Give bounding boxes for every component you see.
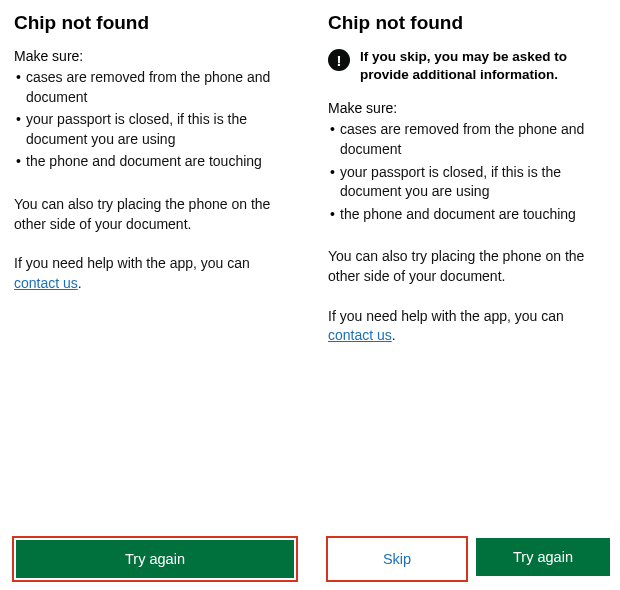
try-again-highlight: Try again: [14, 538, 296, 580]
list-item: cases are removed from the phone and doc…: [328, 120, 610, 159]
try-again-button[interactable]: Try again: [476, 538, 610, 576]
help-text: If you need help with the app, you can c…: [14, 254, 296, 293]
page-title: Chip not found: [14, 12, 296, 34]
help-suffix: .: [78, 275, 82, 291]
list-item: the phone and document are touching: [328, 205, 610, 225]
list-item: cases are removed from the phone and doc…: [14, 68, 296, 107]
list-item: the phone and document are touching: [14, 152, 296, 172]
warning-text: If you skip, you may be asked to provide…: [360, 48, 610, 84]
skip-button[interactable]: Skip: [330, 540, 464, 578]
make-sure-list: cases are removed from the phone and doc…: [328, 120, 610, 227]
make-sure-label: Make sure:: [328, 100, 610, 116]
panel-left: Chip not found Make sure: cases are remo…: [0, 0, 310, 590]
panel-right: Chip not found ! If you skip, you may be…: [310, 0, 620, 590]
contact-us-link[interactable]: contact us: [328, 327, 392, 343]
warning-banner: ! If you skip, you may be asked to provi…: [328, 48, 610, 84]
help-suffix: .: [392, 327, 396, 343]
page-title: Chip not found: [328, 12, 610, 34]
other-side-text: You can also try placing the phone on th…: [328, 247, 610, 286]
help-prefix: If you need help with the app, you can: [328, 308, 564, 324]
contact-us-link[interactable]: contact us: [14, 275, 78, 291]
help-prefix: If you need help with the app, you can: [14, 255, 250, 271]
make-sure-list: cases are removed from the phone and doc…: [14, 68, 296, 175]
skip-highlight: Skip: [328, 538, 466, 580]
list-item: your passport is closed, if this is the …: [328, 163, 610, 202]
try-again-button[interactable]: Try again: [16, 540, 294, 578]
make-sure-label: Make sure:: [14, 48, 296, 64]
help-text: If you need help with the app, you can c…: [328, 307, 610, 346]
list-item: your passport is closed, if this is the …: [14, 110, 296, 149]
exclamation-icon: !: [328, 49, 350, 71]
other-side-text: You can also try placing the phone on th…: [14, 195, 296, 234]
